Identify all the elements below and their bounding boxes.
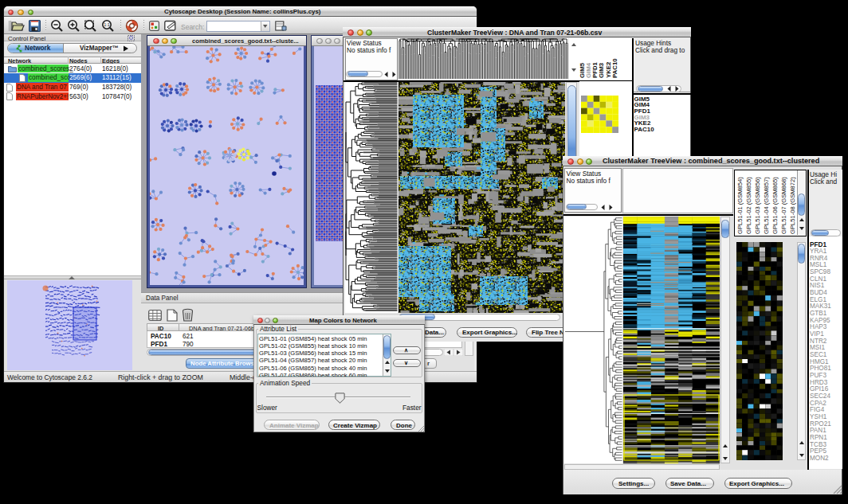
svg-text:PAC10: PAC10 — [611, 58, 618, 78]
svg-text:GPL51-08 (GSM872): GPL51-08 (GSM872) — [789, 177, 796, 234]
svg-text:GPL51-07 (GSM868): GPL51-07 (GSM868) — [780, 177, 787, 234]
svg-text:GPL51-03 (GSM856): GPL51-03 (GSM856) — [754, 177, 761, 234]
svg-text:GPL51-04 (GSM857): GPL51-04 (GSM857) — [763, 177, 770, 234]
svg-text:GPL51-06 (GSM865): GPL51-06 (GSM865) — [771, 177, 779, 234]
svg-text:GPL51-01 (GSM854): GPL51-01 (GSM854) — [736, 177, 744, 234]
svg-text:GPL51-02 (GSM855): GPL51-02 (GSM855) — [745, 177, 752, 234]
svg-text:1:1: 1:1 — [104, 22, 110, 27]
